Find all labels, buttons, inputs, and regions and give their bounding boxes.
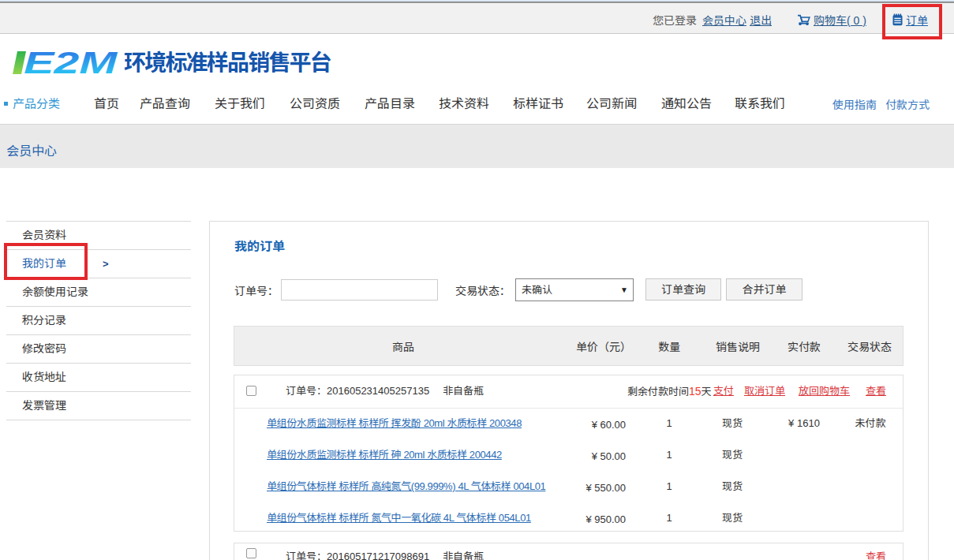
svg-text:E2M: E2M (24, 47, 118, 76)
